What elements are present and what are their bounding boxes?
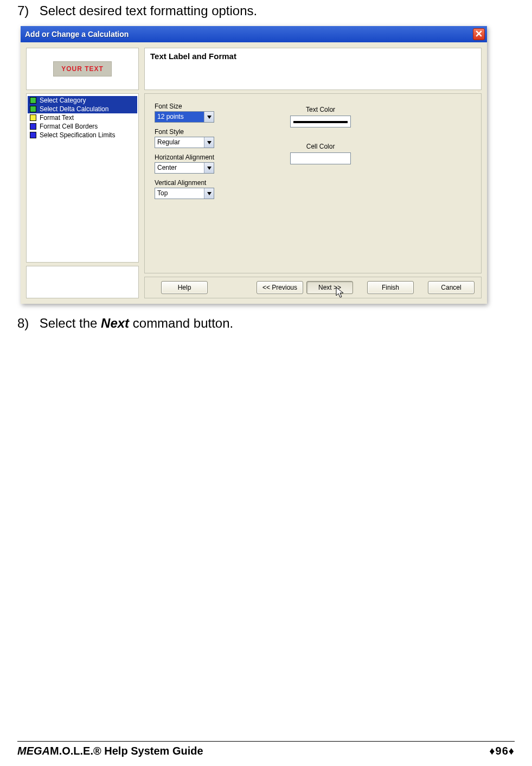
preview-slot: YOUR TEXT	[26, 48, 139, 90]
footer-rule	[17, 741, 515, 742]
panel-heading-box: Text Label and Format	[144, 48, 482, 90]
field-cell-color: Cell Color	[290, 143, 351, 164]
next-button[interactable]: Next >>	[306, 281, 353, 294]
step-7-num: 7)	[17, 3, 36, 18]
combo-h-align[interactable]: Center	[155, 162, 214, 174]
field-v-align: Vertical Alignment Top	[155, 179, 214, 199]
titlebar: Add or Change a Calculation	[21, 26, 487, 42]
field-text-color: Text Color	[290, 106, 351, 127]
label-text-color: Text Color	[290, 106, 351, 113]
combo-value: Regular	[155, 137, 204, 148]
step-7-text: Select desired text formatting options.	[40, 3, 258, 18]
wizard-step[interactable]: Format Text	[28, 113, 137, 122]
footer-page-number: ♦96♦	[489, 745, 515, 757]
step-status-icon	[30, 132, 36, 138]
cell-color-swatch[interactable]	[290, 152, 351, 164]
button-label: << Previous	[262, 284, 297, 291]
button-label: Finish	[382, 284, 399, 291]
text-color-swatch[interactable]	[290, 116, 351, 127]
wizard-step[interactable]: Select Delta Calculation	[28, 105, 137, 113]
dialog-title: Add or Change a Calculation	[25, 30, 129, 39]
preview-chip: YOUR TEXT	[53, 61, 112, 76]
step-status-icon	[30, 106, 36, 112]
page-footer: MEGAM.O.L.E.® Help System Guide ♦96♦	[17, 741, 515, 757]
label-font-size: Font Size	[155, 103, 214, 110]
footer-title: MEGAM.O.L.E.® Help System Guide	[17, 745, 203, 757]
wizard-button-row: Help << Previous Next >> Finish Cancel	[144, 277, 482, 298]
wizard-step[interactable]: Format Cell Borders	[28, 122, 137, 131]
chevron-down-icon	[204, 188, 214, 199]
button-label: Help	[178, 284, 191, 291]
footer-brand: MEGA	[17, 745, 50, 757]
form-panel: Font Size 12 points Font Style Regular	[144, 93, 482, 273]
wizard-sidebar: YOUR TEXT Select Category Select Delta C…	[24, 46, 141, 301]
dialog-window: Add or Change a Calculation YOUR TEXT Se…	[21, 26, 487, 304]
help-button[interactable]: Help	[161, 281, 208, 294]
button-label: Next >>	[318, 284, 341, 291]
close-icon	[476, 29, 482, 39]
wizard-step[interactable]: Select Category	[28, 96, 137, 105]
wizard-steps-list: Select Category Select Delta Calculation…	[26, 93, 139, 263]
previous-button[interactable]: << Previous	[257, 281, 303, 294]
sidebar-bottom-panel	[26, 266, 139, 298]
label-h-align: Horizontal Alignment	[155, 154, 214, 161]
label-v-align: Vertical Alignment	[155, 179, 214, 187]
label-font-style: Font Style	[155, 128, 214, 136]
label-cell-color: Cell Color	[290, 143, 351, 150]
field-h-align: Horizontal Alignment Center	[155, 154, 214, 174]
step-status-icon	[30, 123, 36, 130]
panel-heading: Text Label and Format	[150, 52, 476, 61]
step-7: 7) Select desired text formatting option…	[17, 3, 515, 18]
step-8-prefix: Select the	[40, 316, 101, 330]
wizard-step-label: Select Specification Limits	[40, 131, 115, 139]
step-8: 8) Select the Next command button.	[17, 316, 515, 331]
step-8-suffix: command button.	[129, 316, 233, 330]
step-status-icon	[30, 114, 36, 121]
combo-value: Center	[155, 163, 204, 173]
chevron-down-icon	[204, 163, 214, 173]
wizard-step-label: Format Cell Borders	[40, 123, 98, 130]
wizard-step[interactable]: Select Specification Limits	[28, 131, 137, 139]
footer-brand-rest: M.O.L.E.® Help System Guide	[50, 745, 203, 757]
button-label: Cancel	[441, 284, 461, 291]
cancel-button[interactable]: Cancel	[428, 281, 475, 294]
step-8-num: 8)	[17, 316, 36, 331]
chevron-down-icon	[204, 137, 214, 148]
color-sample-bar	[293, 121, 348, 123]
field-font-style: Font Style Regular	[155, 128, 214, 148]
chevron-down-icon	[204, 112, 214, 122]
combo-v-align[interactable]: Top	[155, 188, 214, 199]
combo-font-size[interactable]: 12 points	[155, 111, 214, 123]
field-font-size: Font Size 12 points	[155, 103, 214, 123]
wizard-step-label: Select Delta Calculation	[40, 105, 108, 113]
combo-value: 12 points	[155, 112, 204, 122]
wizard-step-label: Format Text	[40, 114, 74, 122]
wizard-step-label: Select Category	[40, 97, 86, 104]
combo-value: Top	[155, 188, 204, 199]
step-8-em: Next	[101, 316, 129, 330]
close-button[interactable]	[473, 28, 485, 40]
finish-button[interactable]: Finish	[367, 281, 414, 294]
step-status-icon	[30, 97, 36, 104]
combo-font-style[interactable]: Regular	[155, 137, 214, 148]
